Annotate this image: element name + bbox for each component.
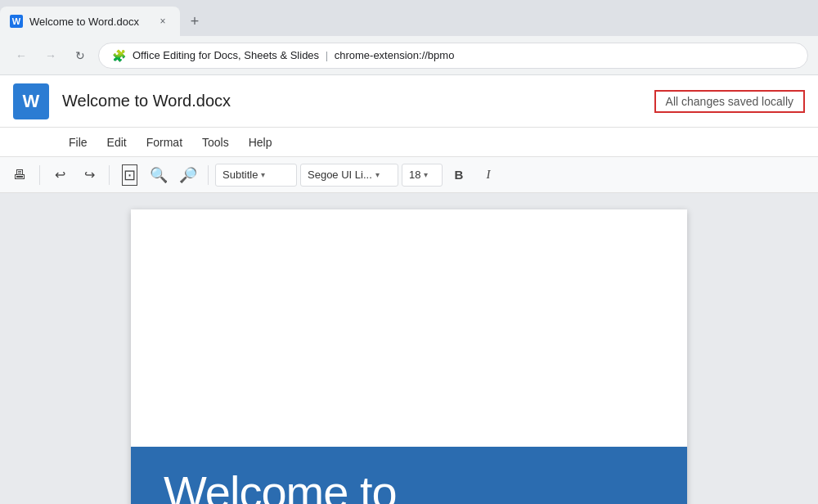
undo-button[interactable]: ↩ (47, 162, 73, 188)
menu-edit[interactable]: Edit (99, 133, 135, 152)
toolbar: 🖶 ↩ ↪ ⊡ 🔍 🔎 Subtitle ▾ Segoe UI Li... ▾ … (0, 157, 818, 193)
extension-icon: 🧩 (112, 49, 126, 62)
toolbar-divider-3 (208, 165, 209, 185)
menu-bar: File Edit Format Tools Help (0, 128, 818, 157)
address-bar[interactable]: 🧩 Office Editing for Docs, Sheets & Slid… (98, 43, 808, 69)
redo-icon: ↪ (84, 167, 95, 182)
zoom-out-icon: 🔎 (179, 166, 197, 184)
fit-page-button[interactable]: ⊡ (116, 162, 142, 188)
italic-icon: I (487, 168, 491, 182)
save-status-text: All changes saved locally (666, 95, 793, 108)
style-selector-arrow: ▾ (261, 170, 265, 179)
new-tab-button[interactable]: + (183, 10, 206, 33)
document-area: Welcome to (0, 193, 818, 504)
forward-button[interactable]: → (39, 44, 62, 67)
tab-bar: W Welcome to Word.docx × + (0, 0, 818, 36)
address-extension: chrome-extension://bpmo (335, 49, 455, 61)
style-selector[interactable]: Subtitle ▾ (215, 164, 297, 187)
font-size-selector[interactable]: 18 ▾ (402, 164, 443, 187)
bold-button[interactable]: B (446, 162, 472, 188)
menu-help[interactable]: Help (240, 133, 281, 152)
style-selector-label: Subtitle (222, 169, 258, 181)
zoom-out-button[interactable]: 🔎 (175, 162, 201, 188)
address-text: Office Editing for Docs, Sheets & Slides… (133, 49, 794, 61)
menu-file[interactable]: File (61, 133, 96, 152)
font-selector-label: Segoe UI Li... (308, 169, 372, 181)
app-header: W Welcome to Word.docx All changes saved… (0, 75, 818, 128)
active-tab[interactable]: W Welcome to Word.docx × (0, 7, 180, 36)
address-separator: | (322, 49, 331, 61)
tab-title: Welcome to Word.docx (29, 16, 149, 28)
menu-format[interactable]: Format (138, 133, 191, 152)
zoom-in-button[interactable]: 🔍 (146, 162, 172, 188)
redo-button[interactable]: ↪ (76, 162, 102, 188)
font-size-arrow: ▾ (424, 170, 428, 179)
tab-favicon: W (10, 15, 23, 28)
zoom-in-icon: 🔍 (150, 166, 168, 184)
save-status-box: All changes saved locally (654, 90, 805, 113)
undo-icon: ↩ (55, 167, 65, 182)
address-main: Office Editing for Docs, Sheets & Slides (133, 49, 319, 61)
menu-tools[interactable]: Tools (194, 133, 237, 152)
address-bar-row: ← → ↻ 🧩 Office Editing for Docs, Sheets … (0, 36, 818, 75)
document-content (131, 209, 687, 275)
document-title: Welcome to Word.docx (62, 92, 654, 110)
welcome-banner: Welcome to (131, 447, 687, 504)
print-icon: 🖶 (13, 168, 26, 182)
toolbar-divider-2 (109, 165, 110, 185)
refresh-button[interactable]: ↻ (69, 44, 92, 67)
font-selector[interactable]: Segoe UI Li... ▾ (300, 164, 398, 187)
word-app-icon: W (13, 83, 49, 119)
bold-icon: B (455, 168, 464, 182)
italic-button[interactable]: I (475, 162, 501, 188)
back-button[interactable]: ← (10, 44, 33, 67)
font-size-label: 18 (409, 169, 420, 181)
font-selector-arrow: ▾ (375, 170, 380, 179)
document-page: Welcome to (131, 209, 687, 504)
fit-page-icon: ⊡ (122, 164, 137, 186)
print-button[interactable]: 🖶 (7, 162, 33, 188)
tab-close-button[interactable]: × (155, 14, 170, 29)
welcome-text: Welcome to (164, 466, 397, 505)
toolbar-divider-1 (39, 165, 40, 185)
